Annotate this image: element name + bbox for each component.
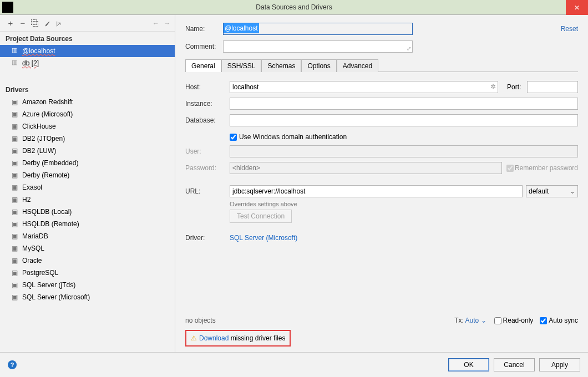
user-row: User: [185, 144, 578, 159]
url-row: URL: default ⌄ [185, 184, 578, 198]
status-row: no objects Tx: Auto ⌄ Read-only Auto syn… [185, 314, 578, 328]
driver-item[interactable]: ▣Derby (Remote) [0, 169, 175, 181]
help-icon[interactable]: ? [8, 360, 17, 369]
main-split: + − ⿻ ← → Project Data Sources ▥ @localh… [0, 15, 588, 352]
right-pane: Name: @localhost Reset Comment: ⤢ Genera… [175, 15, 588, 352]
tab-options[interactable]: Options [301, 59, 336, 72]
host-input[interactable] [230, 81, 498, 93]
tab-ssh-ssl[interactable]: SSH/SSL [221, 59, 262, 72]
tab-schemas[interactable]: Schemas [261, 59, 301, 72]
settings-button[interactable] [41, 18, 53, 28]
close-button[interactable]: ✕ [566, 0, 588, 15]
loading-icon: ✲ [490, 83, 496, 90]
ok-button[interactable]: OK [448, 358, 489, 371]
close-icon: ✕ [574, 4, 580, 12]
download-link[interactable]: Download [199, 334, 229, 342]
nav-arrows: ← → [153, 19, 170, 27]
name-input[interactable]: @localhost [223, 23, 413, 35]
instance-label: Instance: [185, 100, 230, 108]
tab-advanced[interactable]: Advanced [337, 59, 378, 72]
copy-button[interactable]: ⿻ [29, 18, 41, 28]
expand-icon[interactable]: ⤢ [407, 45, 411, 52]
left-pane: + − ⿻ ← → Project Data Sources ▥ @localh… [0, 15, 175, 352]
driver-label: MySQL [22, 244, 44, 252]
read-only-check[interactable]: Read-only [494, 317, 534, 324]
driver-item[interactable]: ▣MariaDB [0, 230, 175, 242]
warning-icon: ⚠ [191, 334, 197, 342]
apply-button[interactable]: Apply [539, 358, 580, 371]
driver-label: PostgreSQL [22, 269, 58, 277]
forward-arrow-icon[interactable]: → [164, 19, 170, 27]
add-button[interactable]: + [4, 18, 17, 28]
name-label: Name: [185, 25, 223, 33]
remove-button[interactable]: − [17, 18, 29, 28]
instance-row: Instance: [185, 96, 578, 111]
driver-icon: ▣ [10, 281, 19, 289]
general-form: Host: ✲ Port: Instance: Database: Use Wi… [185, 72, 578, 247]
comment-input[interactable]: ⤢ [223, 40, 413, 53]
bottom-bar: ? OK Cancel Apply [0, 352, 588, 377]
driver-item[interactable]: ▣Exasol [0, 181, 175, 193]
driver-label: MariaDB [22, 232, 48, 240]
auto-sync-label: Auto sync [549, 317, 578, 324]
url-label: URL: [185, 187, 230, 195]
cancel-button[interactable]: Cancel [494, 358, 535, 371]
driver-item[interactable]: ▣H2 [0, 193, 175, 206]
driver-item[interactable]: ▣HSQLDB (Remote) [0, 218, 175, 230]
download-rest: missing driver files [229, 334, 285, 342]
read-only-label: Read-only [503, 317, 534, 324]
tx-mode[interactable]: Tx: Auto ⌄ [454, 317, 486, 324]
driver-icon: ▣ [10, 208, 19, 216]
driver-icon: ▣ [10, 171, 19, 179]
driver-item[interactable]: ▣PostgreSQL [0, 267, 175, 279]
data-source-localhost[interactable]: ▥ @localhost [0, 45, 175, 57]
port-input[interactable] [527, 81, 578, 93]
driver-label: Azure (Microsoft) [22, 110, 73, 118]
driver-item[interactable]: ▣DB2 (JTOpen) [0, 133, 175, 145]
left-toolbar: + − ⿻ ← → [0, 15, 175, 32]
back-arrow-icon[interactable]: ← [153, 19, 159, 27]
driver-item[interactable]: ▣Oracle [0, 254, 175, 267]
driver-item[interactable]: ▣HSQLDB (Local) [0, 206, 175, 218]
driver-item[interactable]: ▣Azure (Microsoft) [0, 108, 175, 120]
read-only-checkbox[interactable] [494, 317, 501, 324]
titlebar: Data Sources and Drivers ✕ [0, 0, 588, 15]
driver-label: ClickHouse [22, 123, 56, 130]
driver-icon: ▣ [10, 220, 19, 228]
reset-link[interactable]: Reset [561, 25, 578, 33]
driver-label: SQL Server (jTds) [22, 281, 75, 289]
driver-item[interactable]: ▣Derby (Embedded) [0, 157, 175, 169]
tab-general[interactable]: General [185, 59, 221, 72]
url-input[interactable] [230, 185, 523, 197]
driver-icon: ▣ [10, 147, 19, 155]
driver-item[interactable]: ▣ClickHouse [0, 120, 175, 133]
driver-item[interactable]: ▣Amazon Redshift [0, 96, 175, 108]
data-source-db[interactable]: ▥ db [2] [0, 57, 175, 69]
host-label: Host: [185, 83, 230, 91]
driver-label: Driver: [185, 234, 230, 242]
app-icon [2, 2, 13, 13]
driver-icon: ▣ [10, 110, 19, 118]
windows-auth-checkbox[interactable] [230, 134, 237, 141]
collapse-button[interactable] [53, 18, 65, 28]
test-connection-button: Test Connection [230, 210, 292, 223]
instance-input[interactable] [230, 98, 578, 110]
driver-icon: ▣ [10, 232, 19, 240]
database-input[interactable] [230, 114, 578, 126]
window-title: Data Sources and Drivers [256, 3, 332, 11]
driver-link[interactable]: SQL Server (Microsoft) [230, 234, 297, 242]
driver-item[interactable]: ▣MySQL [0, 242, 175, 254]
url-mode-select[interactable]: default ⌄ [526, 185, 578, 197]
driver-icon: ▣ [10, 196, 19, 203]
auto-sync-check[interactable]: Auto sync [540, 317, 578, 324]
driver-item[interactable]: ▣SQL Server (jTds) [0, 279, 175, 291]
tab-bar: General SSH/SSL Schemas Options Advanced [185, 59, 578, 72]
name-value: @localhost [224, 23, 259, 33]
driver-icon: ▣ [10, 244, 19, 252]
driver-item[interactable]: ▣DB2 (LUW) [0, 145, 175, 157]
no-objects-label: no objects [185, 317, 216, 324]
auto-sync-checkbox[interactable] [540, 317, 547, 324]
driver-label: Amazon Redshift [22, 98, 73, 106]
driver-label: DB2 (JTOpen) [22, 135, 65, 142]
driver-item[interactable]: ▣SQL Server (Microsoft) [0, 291, 175, 303]
